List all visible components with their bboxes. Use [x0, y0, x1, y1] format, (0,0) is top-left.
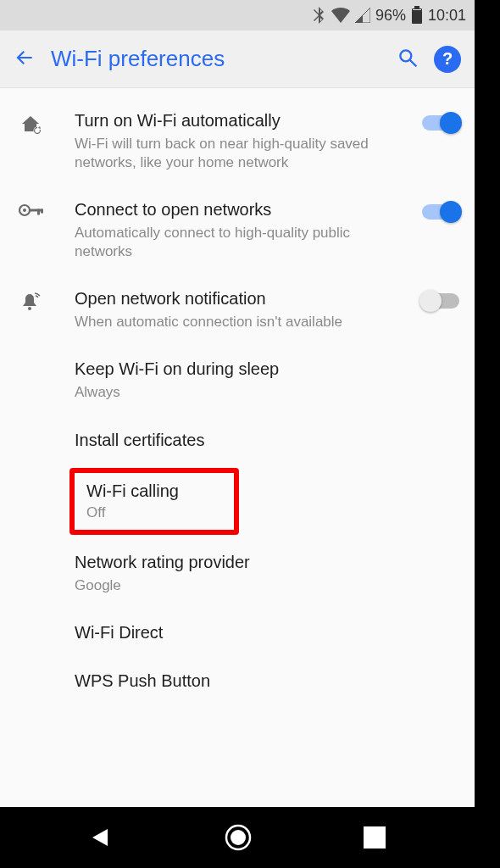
bluetooth-icon	[313, 7, 326, 24]
svg-point-11	[28, 307, 31, 310]
setting-wps-push[interactable]: WPS Push Button	[0, 657, 475, 695]
settings-list: Turn on Wi-Fi automatically Wi-Fi will t…	[0, 88, 475, 807]
help-button[interactable]: ?	[434, 46, 461, 73]
setting-subtitle: Off	[86, 504, 222, 521]
svg-rect-2	[413, 9, 421, 10]
bell-wifi-icon	[14, 288, 75, 314]
app-bar: Wi-Fi preferences ?	[0, 31, 475, 88]
nav-recents-button[interactable]	[364, 826, 386, 849]
setting-wifi-calling[interactable]: Wi-Fi calling Off	[69, 468, 239, 535]
svg-point-7	[23, 209, 26, 212]
setting-title: Install certificates	[75, 430, 403, 451]
setting-open-notification[interactable]: Open network notification When automatic…	[0, 275, 475, 345]
toggle-auto-wifi[interactable]	[422, 115, 459, 131]
battery-icon	[411, 6, 423, 25]
svg-point-3	[400, 50, 411, 61]
setting-subtitle: Google	[75, 576, 403, 595]
search-button[interactable]	[397, 47, 419, 72]
setting-title: Turn on Wi-Fi automatically	[75, 110, 403, 131]
svg-rect-1	[414, 6, 419, 8]
navigation-bar	[0, 807, 475, 868]
clock: 10:01	[428, 7, 466, 25]
setting-keep-on-sleep[interactable]: Keep Wi-Fi on during sleep Always	[0, 345, 475, 415]
setting-subtitle: When automatic connection isn't availabl…	[75, 313, 403, 331]
toggle-open-networks[interactable]	[422, 204, 459, 220]
phone-frame: 96% 10:01 Wi-Fi preferences ? Turn on Wi…	[0, 0, 475, 868]
home-refresh-icon	[14, 110, 75, 136]
svg-rect-10	[41, 209, 43, 214]
back-button[interactable]	[14, 47, 36, 72]
setting-auto-wifi[interactable]: Turn on Wi-Fi automatically Wi-Fi will t…	[0, 97, 475, 186]
svg-rect-8	[29, 209, 42, 212]
battery-percent: 96%	[375, 7, 406, 25]
setting-title: Open network notification	[75, 288, 403, 309]
svg-line-4	[410, 60, 416, 66]
wifi-icon	[331, 8, 350, 23]
page-title: Wi-Fi preferences	[51, 46, 381, 72]
status-bar: 96% 10:01	[0, 0, 475, 31]
setting-subtitle: Automatically connect to high-quality pu…	[75, 224, 403, 261]
setting-title: Keep Wi-Fi on during sleep	[75, 359, 403, 380]
setting-install-certs[interactable]: Install certificates	[0, 416, 475, 465]
setting-title: Wi-Fi calling	[86, 481, 222, 501]
setting-subtitle: Wi-Fi will turn back on near high-qualit…	[75, 135, 403, 172]
setting-title: Wi-Fi Direct	[75, 622, 403, 643]
key-icon	[14, 199, 75, 218]
setting-subtitle: Always	[75, 383, 403, 402]
setting-open-networks[interactable]: Connect to open networks Automatically c…	[0, 186, 475, 275]
setting-wifi-direct[interactable]: Wi-Fi Direct	[0, 609, 475, 657]
svg-rect-9	[37, 209, 40, 215]
svg-rect-0	[412, 8, 422, 24]
setting-title: Connect to open networks	[75, 199, 403, 220]
svg-point-13	[231, 830, 246, 845]
nav-back-button[interactable]	[89, 826, 113, 849]
setting-rating-provider[interactable]: Network rating provider Google	[0, 538, 475, 609]
toggle-open-notification[interactable]	[422, 293, 459, 309]
nav-home-button[interactable]	[224, 823, 253, 852]
cell-signal-icon	[355, 8, 370, 23]
setting-title: WPS Push Button	[75, 670, 403, 692]
setting-title: Network rating provider	[75, 552, 403, 573]
